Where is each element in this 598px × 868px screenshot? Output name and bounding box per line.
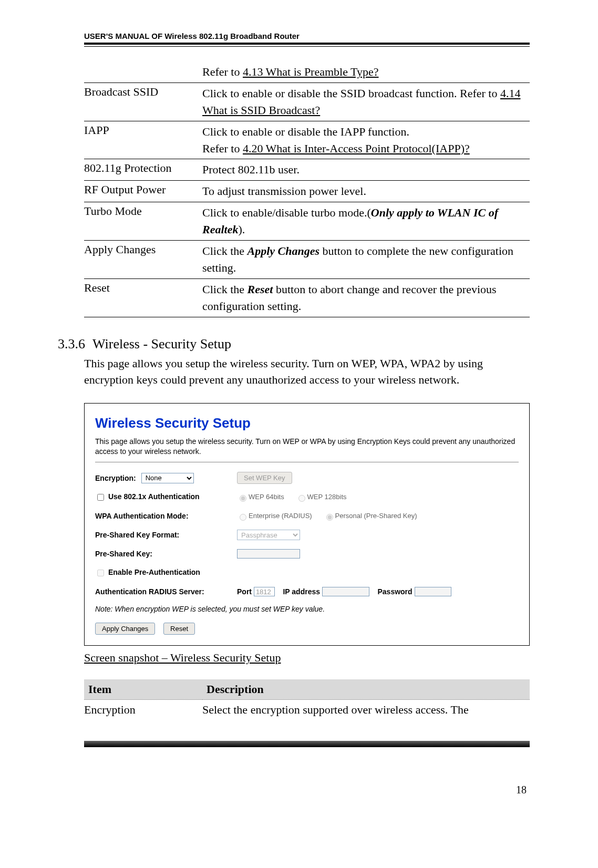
psk-format-select[interactable]: Passphrase <box>237 530 300 540</box>
ip-label: IP address <box>283 587 320 596</box>
definitions-table: Refer to 4.13 What is Preamble Type?Broa… <box>84 61 530 317</box>
wep64-label: WEP 64bits <box>249 493 284 501</box>
radius-label: Authentication RADIUS Server: <box>95 587 237 596</box>
wep-note: Note: When encryption WEP is selected, y… <box>95 605 519 613</box>
definition-term: IAPP <box>84 121 202 159</box>
definition-term: Reset <box>84 278 202 317</box>
desc-row-desc: Select the encryption supported over wir… <box>202 700 530 720</box>
definition-row: 802.11g ProtectionProtect 802.11b user. <box>84 159 530 181</box>
port-label: Port <box>237 587 252 596</box>
definition-desc: Refer to 4.13 What is Preamble Type? <box>202 61 530 82</box>
definition-desc: Click the Reset button to abort change a… <box>202 278 530 317</box>
page-header: USER'S MANUAL OF Wireless 802.11g Broadb… <box>84 32 530 40</box>
definition-term <box>84 61 202 82</box>
section-body: This page allows you setup the wireless … <box>84 355 530 389</box>
divider <box>95 462 519 462</box>
use-8021x-checkbox[interactable] <box>97 494 104 501</box>
section-number: 3.3.6 <box>58 336 92 352</box>
enable-preauth-checkbox[interactable] <box>97 570 104 576</box>
psk-format-label: Pre-Shared Key Format: <box>95 531 237 539</box>
desc-row-term: Encryption <box>84 700 202 720</box>
wpa-enterprise-radio[interactable] <box>240 514 246 521</box>
psk-input[interactable] <box>237 549 300 559</box>
password-input[interactable] <box>415 587 451 596</box>
definition-term: Apply Changes <box>84 241 202 279</box>
encryption-label: Encryption: None <box>95 473 237 483</box>
definition-desc: Click to enable/disable turbo mode.(Only… <box>202 202 530 241</box>
wpa-personal-radio[interactable] <box>326 514 333 521</box>
wpa-mode-label: WPA Authentication Mode: <box>95 512 237 520</box>
description-table: Item Description Encryption Select the e… <box>84 679 530 720</box>
enable-preauth-label: Enable Pre-Authentication <box>108 568 200 576</box>
screenshot-intro: This page allows you setup the wireless … <box>95 437 519 457</box>
definition-desc: To adjust transmission power level. <box>202 181 530 202</box>
port-input[interactable] <box>254 587 275 596</box>
definition-term: 802.11g Protection <box>84 159 202 181</box>
ip-input[interactable] <box>322 587 369 596</box>
enable-preauth-row: Enable Pre-Authentication <box>95 568 237 578</box>
desc-col-item: Item <box>84 679 202 700</box>
apply-changes-button[interactable]: Apply Changes <box>95 623 155 635</box>
definition-desc: Click to enable or disable the SSID broa… <box>202 82 530 121</box>
wep128-label: WEP 128bits <box>307 493 347 501</box>
definition-term: Broadcast SSID <box>84 82 202 121</box>
definition-row: Broadcast SSIDClick to enable or disable… <box>84 82 530 121</box>
definition-row: RF Output PowerTo adjust transmission po… <box>84 181 530 202</box>
definition-desc: Click to enable or disable the IAPP func… <box>202 121 530 159</box>
desc-col-description: Description <box>202 679 530 700</box>
definition-desc: Protect 802.11b user. <box>202 159 530 181</box>
wep128-radio[interactable] <box>298 495 305 502</box>
encryption-select[interactable]: None <box>141 473 194 483</box>
footer-rule <box>84 741 530 747</box>
definition-row: IAPPClick to enable or disable the IAPP … <box>84 121 530 159</box>
definition-desc: Click the Apply Changes button to comple… <box>202 241 530 279</box>
definition-term: Turbo Mode <box>84 202 202 241</box>
screenshot-panel: Wireless Security Setup This page allows… <box>84 403 530 646</box>
section-heading: 3.3.6Wireless - Security Setup <box>58 336 530 352</box>
reset-button[interactable]: Reset <box>163 623 195 635</box>
screenshot-caption: Screen snapshot – Wireless Security Setu… <box>84 651 530 665</box>
password-label: Password <box>377 587 412 596</box>
section-title: Wireless - Security Setup <box>92 336 231 352</box>
header-rule <box>84 43 530 47</box>
wpa-personal-label: Personal (Pre-Shared Key) <box>335 512 417 520</box>
use-8021x-label: Use 802.1x Authentication <box>108 492 200 501</box>
wpa-enterprise-label: Enterprise (RADIUS) <box>249 512 312 520</box>
use-8021x-row: Use 802.1x Authentication <box>95 492 237 502</box>
definition-row: ResetClick the Reset button to abort cha… <box>84 278 530 317</box>
screenshot-title: Wireless Security Setup <box>95 415 519 431</box>
definition-row: Turbo ModeClick to enable/disable turbo … <box>84 202 530 241</box>
page-number: 18 <box>84 784 530 796</box>
wep64-radio[interactable] <box>240 495 246 502</box>
set-wep-key-button[interactable]: Set WEP Key <box>237 472 292 484</box>
definition-term: RF Output Power <box>84 181 202 202</box>
definition-row: Apply ChangesClick the Apply Changes but… <box>84 241 530 279</box>
definition-row: Refer to 4.13 What is Preamble Type? <box>84 61 530 82</box>
psk-label: Pre-Shared Key: <box>95 550 237 558</box>
